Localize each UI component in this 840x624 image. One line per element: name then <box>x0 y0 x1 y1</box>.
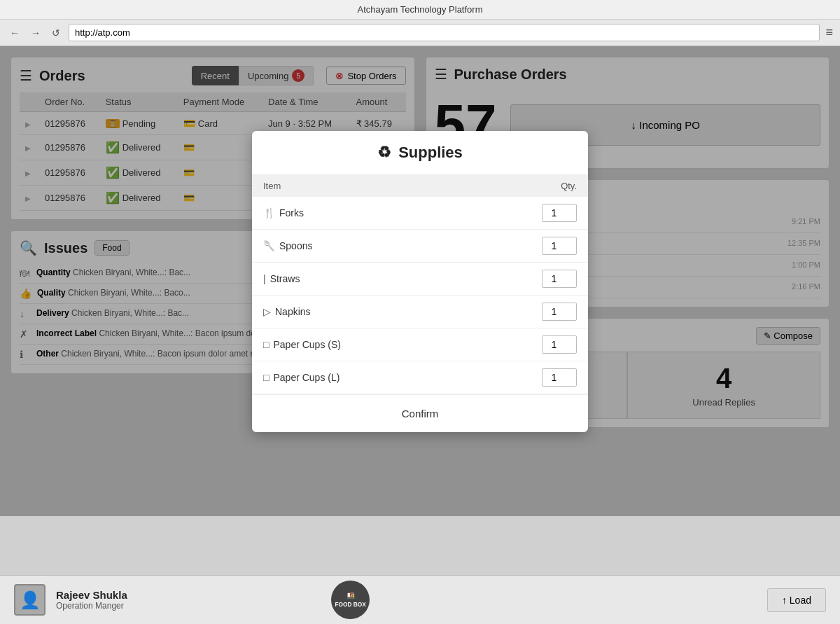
qty-input[interactable] <box>542 335 577 354</box>
modal-item-row: 🥄Spoons <box>252 229 588 262</box>
modal-overlay: ♻ Supplies Item Qty. 🍴Forks 🥄Spoons <box>0 46 840 516</box>
modal-item-row: ▷Napkins <box>252 295 588 328</box>
url-bar[interactable] <box>69 24 820 41</box>
modal-header: ♻ Supplies <box>252 131 588 175</box>
qty-col-header: Qty. <box>465 175 588 197</box>
qty-input[interactable] <box>542 303 577 321</box>
app-title: Atchayam Technology Platform <box>358 4 483 15</box>
modal-item-qty-cell <box>465 328 588 361</box>
modal-item-name: 🍴Forks <box>252 197 465 230</box>
item-icon: □ <box>263 339 269 350</box>
modal-title: Supplies <box>398 144 463 162</box>
refresh-button[interactable]: ↺ <box>49 26 63 40</box>
item-icon: | <box>263 273 266 284</box>
user-role: Operation Manger <box>56 601 127 611</box>
item-icon: ▷ <box>263 306 271 317</box>
browser-bar: ← → ↺ ≡ <box>0 20 840 46</box>
modal-item-name: 🥄Spoons <box>252 229 465 262</box>
modal-item-name: □Paper Cups (L) <box>252 361 465 394</box>
forward-button[interactable]: → <box>28 26 43 40</box>
load-button[interactable]: ↑ Load <box>767 588 826 612</box>
user-info: Rajeev Shukla Operation Manger <box>56 589 127 611</box>
logo-text: 🍱FOOD BOX <box>335 592 365 609</box>
modal-item-qty-cell <box>465 295 588 328</box>
modal-item-name: ▷Napkins <box>252 295 465 328</box>
title-bar: Atchayam Technology Platform <box>0 0 840 20</box>
modal-item-name: □Paper Cups (S) <box>252 328 465 361</box>
modal-item-row: □Paper Cups (L) <box>252 361 588 394</box>
qty-input[interactable] <box>542 270 577 288</box>
modal-item-row: 🍴Forks <box>252 197 588 230</box>
modal-item-name: |Straws <box>252 262 465 295</box>
bottom-bar: 👤 Rajeev Shukla Operation Manger 🍱FOOD B… <box>0 575 840 624</box>
back-button[interactable]: ← <box>7 26 22 40</box>
qty-input[interactable] <box>542 204 577 222</box>
modal-item-qty-cell <box>465 197 588 230</box>
avatar: 👤 <box>14 584 46 616</box>
modal-item-qty-cell <box>465 262 588 295</box>
modal-item-qty-cell <box>465 229 588 262</box>
item-icon: □ <box>263 372 269 383</box>
modal-footer: Confirm <box>252 394 588 432</box>
supplies-modal: ♻ Supplies Item Qty. 🍴Forks 🥄Spoons <box>252 131 588 432</box>
confirm-button[interactable]: Confirm <box>391 405 450 422</box>
modal-item-row: |Straws <box>252 262 588 295</box>
item-icon: 🥄 <box>263 240 275 251</box>
supplies-table: Item Qty. 🍴Forks 🥄Spoons |Straws <box>252 175 588 394</box>
modal-item-row: □Paper Cups (S) <box>252 328 588 361</box>
item-icon: 🍴 <box>263 207 275 219</box>
user-name: Rajeev Shukla <box>56 589 127 601</box>
logo: 🍱FOOD BOX <box>331 581 370 619</box>
supplies-icon: ♻ <box>377 144 391 162</box>
modal-item-qty-cell <box>465 361 588 394</box>
browser-menu-button[interactable]: ≡ <box>825 25 833 40</box>
qty-input[interactable] <box>542 237 577 255</box>
qty-input[interactable] <box>542 368 577 387</box>
item-col-header: Item <box>252 175 465 197</box>
main-content: ☰ Orders Recent Upcoming 5 ⊗ Stop Orders <box>0 46 840 565</box>
